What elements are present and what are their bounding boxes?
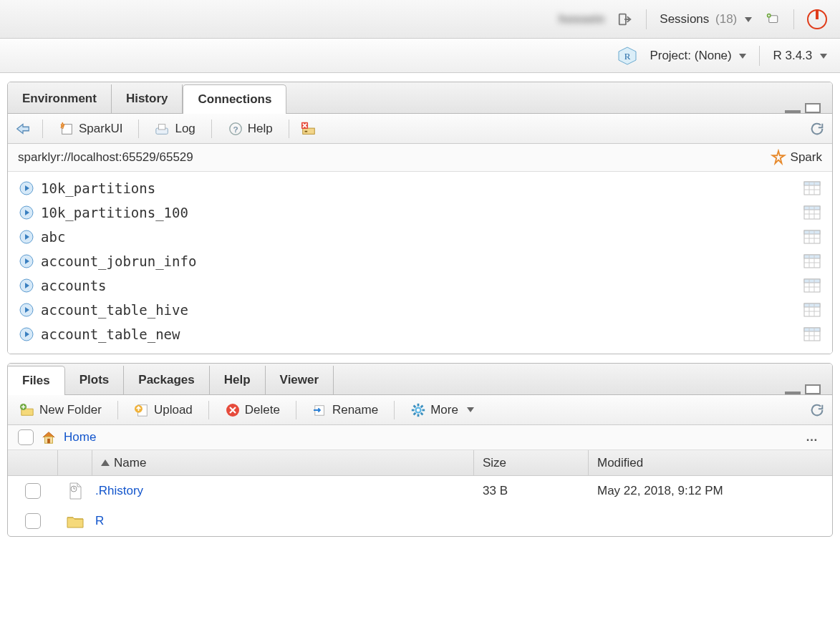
- file-modified: May 22, 2018, 9:12 PM: [589, 484, 832, 498]
- sign-out-icon[interactable]: [617, 11, 633, 27]
- log-button[interactable]: Log: [150, 119, 199, 139]
- connection-url-row: sparklyr://localhost:65529/65529 Spark: [8, 144, 832, 172]
- sparkui-label: SparkUI: [79, 122, 122, 136]
- table-name: 10k_partitions: [41, 180, 155, 196]
- delete-icon: [225, 402, 241, 418]
- table-grid-icon[interactable]: [803, 230, 821, 244]
- table-row[interactable]: 10k_partitions: [8, 176, 832, 200]
- separator: [289, 120, 289, 138]
- expand-icon[interactable]: [19, 254, 34, 268]
- svg-line-72: [414, 405, 416, 407]
- chevron-down-icon: [739, 54, 746, 59]
- expand-icon[interactable]: [19, 303, 34, 317]
- header-modified[interactable]: Modified: [589, 450, 832, 475]
- disconnect-icon[interactable]: [301, 121, 317, 137]
- table-grid-icon[interactable]: [803, 181, 821, 195]
- tab-plots[interactable]: Plots: [65, 366, 125, 394]
- tab-help[interactable]: Help: [210, 366, 266, 394]
- top-toolbar: hossein Sessions (18): [0, 0, 840, 39]
- separator: [759, 46, 760, 66]
- expand-icon[interactable]: [19, 278, 34, 293]
- svg-text:R: R: [624, 51, 631, 62]
- file-name[interactable]: .Rhistory: [92, 484, 474, 498]
- power-icon[interactable]: [807, 9, 827, 29]
- table-name: account_table_hive: [41, 302, 188, 318]
- path-more-icon[interactable]: …: [806, 430, 822, 444]
- svg-rect-37: [804, 255, 820, 258]
- tab-history[interactable]: History: [112, 84, 183, 113]
- separator: [793, 9, 794, 29]
- project-menu[interactable]: Project: (None): [650, 49, 746, 63]
- upload-icon: [134, 402, 150, 418]
- delete-button[interactable]: Delete: [221, 400, 284, 420]
- table-grid-icon[interactable]: [803, 327, 821, 341]
- expand-icon[interactable]: [19, 181, 34, 195]
- table-row[interactable]: 10k_partitions_100: [8, 200, 832, 225]
- svg-line-75: [421, 405, 423, 407]
- svg-rect-51: [804, 303, 820, 307]
- new-folder-button[interactable]: New Folder: [15, 400, 106, 420]
- header-size[interactable]: Size: [474, 450, 589, 475]
- expand-icon[interactable]: [19, 327, 34, 341]
- chevron-down-icon: [745, 17, 752, 22]
- maximize-icon[interactable]: [805, 384, 821, 394]
- connection-url: sparklyr://localhost:65529/65529: [18, 150, 193, 165]
- table-name: accounts: [41, 278, 107, 293]
- row-checkbox[interactable]: [25, 513, 41, 529]
- header-name[interactable]: Name: [92, 450, 474, 475]
- file-name[interactable]: R: [92, 514, 474, 528]
- refresh-icon[interactable]: [809, 121, 825, 137]
- sparkui-button[interactable]: SparkUI: [54, 119, 127, 139]
- table-row[interactable]: account_table_new: [8, 322, 832, 346]
- rename-icon: [312, 402, 328, 418]
- table-grid-icon[interactable]: [803, 254, 821, 268]
- tab-files[interactable]: Files: [8, 366, 65, 395]
- table-row[interactable]: account_table_hive: [8, 298, 832, 322]
- sessions-menu[interactable]: Sessions (18): [660, 12, 752, 26]
- connections-tabrow: Environment History Connections: [8, 82, 832, 114]
- back-arrow-icon[interactable]: [15, 121, 31, 137]
- table-name: account_table_new: [41, 326, 180, 342]
- help-button[interactable]: ? Help: [223, 119, 277, 139]
- upload-button[interactable]: Upload: [130, 400, 197, 420]
- new-session-icon[interactable]: [765, 11, 781, 27]
- table-grid-icon[interactable]: [803, 303, 821, 317]
- tab-viewer[interactable]: Viewer: [266, 366, 334, 394]
- more-label: More: [430, 403, 458, 417]
- spark-star-icon: [771, 150, 786, 165]
- minimize-icon[interactable]: [785, 110, 801, 113]
- connections-table-list: 10k_partitions 10k_partitions_100 abc ac…: [8, 172, 832, 354]
- minimize-icon[interactable]: [785, 392, 801, 394]
- svg-point-76: [417, 408, 420, 412]
- sessions-label: Sessions: [660, 12, 709, 26]
- refresh-icon[interactable]: [809, 402, 825, 418]
- project-value: (None): [695, 49, 732, 62]
- tab-environment[interactable]: Environment: [8, 84, 112, 113]
- expand-icon[interactable]: [19, 230, 34, 244]
- select-all-checkbox[interactable]: [18, 429, 34, 445]
- table-row[interactable]: accounts: [8, 273, 832, 298]
- svg-rect-44: [804, 279, 820, 283]
- svg-rect-7: [159, 124, 165, 129]
- separator: [208, 401, 209, 419]
- breadcrumb-home[interactable]: Home: [64, 430, 96, 444]
- table-grid-icon[interactable]: [803, 278, 821, 293]
- header-icon: [58, 450, 92, 475]
- file-size: 33 B: [474, 484, 589, 498]
- table-row[interactable]: account_jobrun_info: [8, 249, 832, 273]
- table-grid-icon[interactable]: [803, 205, 821, 220]
- maximize-icon[interactable]: [805, 103, 821, 113]
- log-icon: [155, 121, 170, 137]
- separator: [211, 120, 212, 138]
- tab-connections[interactable]: Connections: [183, 84, 286, 114]
- r-version-menu[interactable]: R 3.4.3: [773, 49, 827, 63]
- expand-icon[interactable]: [19, 205, 34, 220]
- rename-button[interactable]: Rename: [308, 400, 382, 420]
- table-row[interactable]: abc: [8, 225, 832, 249]
- home-icon[interactable]: [41, 429, 57, 445]
- svg-rect-58: [804, 328, 820, 331]
- tab-packages[interactable]: Packages: [124, 366, 209, 394]
- svg-rect-16: [804, 182, 820, 185]
- more-button[interactable]: More: [406, 400, 478, 420]
- row-checkbox[interactable]: [25, 483, 41, 499]
